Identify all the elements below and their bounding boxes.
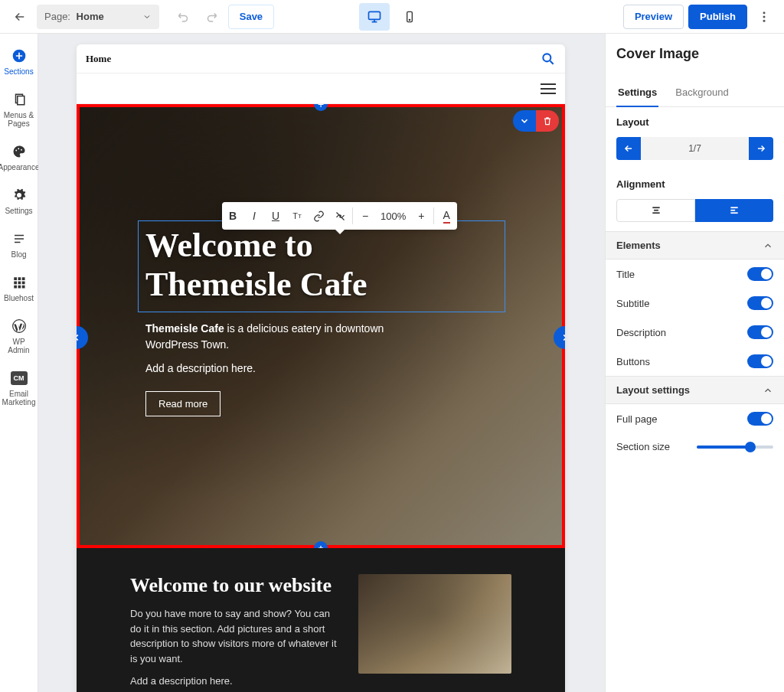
toggle-title-row: Title: [606, 260, 784, 289]
page-value: Home: [77, 11, 104, 22]
back-button[interactable]: [8, 5, 32, 29]
page-selector[interactable]: Page: Home: [37, 5, 159, 29]
grid-icon: [11, 274, 28, 291]
text-size-button[interactable]: TT: [286, 202, 308, 230]
layout-settings-accordion[interactable]: Layout settings: [606, 376, 784, 404]
toggle-description[interactable]: [747, 325, 773, 339]
tab-settings[interactable]: Settings: [616, 79, 658, 107]
sidebar-item-sections[interactable]: Sections: [0, 41, 38, 85]
sidebar-item-email-marketing[interactable]: CM Email Marketing: [0, 364, 38, 416]
svg-rect-16: [18, 277, 21, 280]
align-left-button[interactable]: [695, 199, 773, 222]
toggle-title[interactable]: [747, 267, 773, 281]
properties-panel: Cover Image Settings Background Layout 1…: [605, 34, 784, 692]
cm-icon: CM: [11, 370, 28, 387]
bold-button[interactable]: B: [222, 202, 243, 230]
chevron-up-icon: [763, 385, 773, 396]
section-expand-button[interactable]: [513, 110, 536, 132]
section-size-row: Section size: [606, 433, 784, 460]
toggle-subtitle-row: Subtitle: [606, 289, 784, 318]
device-mobile-button[interactable]: [394, 3, 425, 31]
svg-point-3: [763, 11, 766, 14]
device-desktop-button[interactable]: [359, 3, 390, 31]
layout-counter: 1/7: [641, 137, 749, 160]
redo-button[interactable]: [199, 5, 224, 29]
svg-rect-29: [652, 207, 659, 208]
canvas-area: Home +: [38, 34, 605, 692]
more-menu-button[interactable]: [752, 5, 776, 29]
toggle-buttons[interactable]: [747, 354, 773, 368]
cover-title[interactable]: Welcome to Themeisle Cafe: [145, 227, 519, 304]
sidebar-item-appearance[interactable]: Appearance: [0, 137, 38, 181]
undo-button[interactable]: [172, 5, 196, 29]
page-label: Page:: [44, 11, 70, 22]
section2-image[interactable]: [358, 574, 511, 674]
svg-rect-18: [14, 282, 17, 285]
frame-header: Home: [77, 44, 565, 73]
sidebar-item-wpadmin[interactable]: WP Admin: [0, 312, 38, 364]
svg-point-2: [409, 19, 410, 20]
text-color-button[interactable]: A: [436, 202, 457, 230]
section-delete-button[interactable]: [536, 110, 559, 132]
sidebar-item-menus-pages[interactable]: Menus & Pages: [0, 85, 38, 137]
align-center-button[interactable]: [616, 199, 695, 222]
zoom-out-button[interactable]: −: [354, 202, 376, 230]
toggle-fullpage[interactable]: [747, 412, 773, 426]
undo-redo-group: [172, 5, 224, 29]
layout-switcher: 1/7: [606, 137, 784, 169]
svg-rect-8: [17, 96, 24, 105]
cover-description[interactable]: Add a description here.: [145, 362, 519, 374]
sidebar-item-blog[interactable]: Blog: [0, 224, 38, 268]
underline-button[interactable]: U: [265, 202, 286, 230]
hamburger-button[interactable]: [541, 83, 556, 94]
palette-icon: [11, 143, 28, 160]
elements-accordion[interactable]: Elements: [606, 231, 784, 260]
svg-point-25: [543, 54, 550, 61]
pages-icon: [11, 91, 28, 108]
toggle-buttons-row: Buttons: [606, 347, 784, 376]
layout-heading: Layout: [606, 107, 784, 137]
preview-button[interactable]: Preview: [623, 5, 684, 29]
zoom-in-button[interactable]: +: [410, 202, 432, 230]
chevron-up-icon: [763, 240, 773, 251]
save-button[interactable]: Save: [228, 5, 274, 29]
section2-body[interactable]: Do you have more to say and show? You ca…: [130, 606, 341, 666]
section2-heading[interactable]: Welcome to our website: [130, 574, 341, 597]
page-frame: Home +: [77, 44, 565, 692]
cover-subtitle[interactable]: Themeisle Cafe is a delicious eatery in …: [145, 321, 398, 353]
svg-point-9: [15, 150, 17, 152]
italic-button[interactable]: I: [243, 202, 265, 230]
svg-rect-30: [654, 210, 658, 211]
unlink-button[interactable]: [329, 202, 351, 230]
alignment-group: [606, 199, 784, 231]
svg-point-10: [18, 148, 19, 149]
read-more-button[interactable]: Read more: [145, 391, 220, 416]
tab-background[interactable]: Background: [674, 79, 730, 106]
layout-next-button[interactable]: [749, 137, 773, 160]
panel-title: Cover Image: [616, 46, 773, 62]
section-size-slider[interactable]: [697, 446, 773, 449]
svg-rect-17: [21, 277, 24, 280]
wordpress-icon: [11, 318, 28, 335]
sidebar-item-settings[interactable]: Settings: [0, 181, 38, 224]
chevron-down-icon: [142, 12, 152, 21]
zoom-value: 100%: [376, 211, 410, 222]
device-switcher: [359, 3, 425, 31]
svg-rect-20: [21, 282, 24, 285]
svg-rect-19: [18, 282, 21, 285]
layout-prev-button[interactable]: [616, 137, 641, 160]
cover-content: Welcome to Themeisle Cafe Themeisle Cafe…: [145, 227, 519, 416]
svg-rect-31: [652, 212, 659, 214]
cover-section[interactable]: +: [77, 104, 565, 548]
welcome-section[interactable]: Welcome to our website Do you have more …: [77, 548, 565, 692]
alignment-heading: Alignment: [606, 169, 784, 199]
publish-button[interactable]: Publish: [688, 5, 747, 29]
search-icon[interactable]: [541, 51, 556, 67]
plus-circle-icon: [11, 47, 28, 64]
site-title: Home: [86, 53, 111, 65]
sidebar-item-bluehost[interactable]: Bluehost: [0, 268, 38, 312]
section2-description[interactable]: Add a description here.: [130, 674, 341, 689]
toggle-subtitle[interactable]: [747, 296, 773, 310]
link-button[interactable]: [308, 202, 329, 230]
section-controls: [513, 110, 559, 132]
